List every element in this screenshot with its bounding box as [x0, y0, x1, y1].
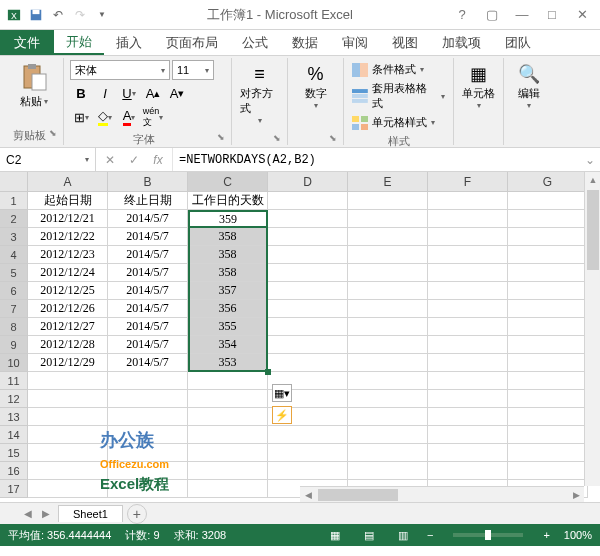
font-name-select[interactable]: 宋体▾ — [70, 60, 170, 80]
cell-C13[interactable] — [188, 408, 268, 426]
vertical-scrollbar[interactable]: ▲ — [584, 172, 600, 486]
tab-view[interactable]: 视图 — [380, 30, 430, 55]
cell-A15[interactable] — [28, 444, 108, 462]
alignment-button[interactable]: ≡ 对齐方式▾ — [238, 60, 281, 127]
cell-D2[interactable] — [268, 210, 348, 228]
cell-A4[interactable]: 2012/12/23 — [28, 246, 108, 264]
cell-E8[interactable] — [348, 318, 428, 336]
font-size-select[interactable]: 11▾ — [172, 60, 214, 80]
cell-B7[interactable]: 2014/5/7 — [108, 300, 188, 318]
cell-C11[interactable] — [188, 372, 268, 390]
tab-formulas[interactable]: 公式 — [230, 30, 280, 55]
cell-G16[interactable] — [508, 462, 588, 480]
cell-C4[interactable]: 358 — [188, 246, 268, 264]
cell-E7[interactable] — [348, 300, 428, 318]
cell-E15[interactable] — [348, 444, 428, 462]
cell-D4[interactable] — [268, 246, 348, 264]
tab-file[interactable]: 文件 — [0, 30, 54, 55]
cell-G3[interactable] — [508, 228, 588, 246]
italic-button[interactable]: I — [94, 82, 116, 104]
cell-A6[interactable]: 2012/12/25 — [28, 282, 108, 300]
cell-F4[interactable] — [428, 246, 508, 264]
tab-home[interactable]: 开始 — [54, 30, 104, 55]
zoom-level[interactable]: 100% — [564, 529, 592, 541]
zoom-in-button[interactable]: + — [543, 529, 549, 541]
row-header-17[interactable]: 17 — [0, 480, 28, 498]
row-header-10[interactable]: 10 — [0, 354, 28, 372]
cell-G10[interactable] — [508, 354, 588, 372]
cell-B13[interactable] — [108, 408, 188, 426]
cell-C6[interactable]: 357 — [188, 282, 268, 300]
cell-A2[interactable]: 2012/12/21 — [28, 210, 108, 228]
help-icon[interactable]: ? — [448, 5, 476, 25]
normal-view-icon[interactable]: ▦ — [325, 526, 345, 544]
sheet-nav-prev-icon[interactable]: ◀ — [20, 506, 36, 522]
row-header-13[interactable]: 13 — [0, 408, 28, 426]
cell-F10[interactable] — [428, 354, 508, 372]
number-launcher-icon[interactable]: ⬊ — [329, 133, 337, 143]
cell-D8[interactable] — [268, 318, 348, 336]
cell-G8[interactable] — [508, 318, 588, 336]
row-header-15[interactable]: 15 — [0, 444, 28, 462]
cell-G2[interactable] — [508, 210, 588, 228]
cell-C17[interactable] — [188, 480, 268, 498]
cell-B1[interactable]: 终止日期 — [108, 192, 188, 210]
font-color-button[interactable]: A▾ — [118, 106, 140, 128]
tab-insert[interactable]: 插入 — [104, 30, 154, 55]
cell-G12[interactable] — [508, 390, 588, 408]
cell-E2[interactable] — [348, 210, 428, 228]
cell-D1[interactable] — [268, 192, 348, 210]
scroll-left-icon[interactable]: ◀ — [300, 487, 316, 503]
cell-F16[interactable] — [428, 462, 508, 480]
cell-G5[interactable] — [508, 264, 588, 282]
cell-C10[interactable]: 353 — [188, 354, 268, 372]
cell-B9[interactable]: 2014/5/7 — [108, 336, 188, 354]
cell-F8[interactable] — [428, 318, 508, 336]
bold-button[interactable]: B — [70, 82, 92, 104]
cell-A16[interactable] — [28, 462, 108, 480]
cell-E3[interactable] — [348, 228, 428, 246]
cell-F15[interactable] — [428, 444, 508, 462]
row-header-1[interactable]: 1 — [0, 192, 28, 210]
row-header-5[interactable]: 5 — [0, 264, 28, 282]
cell-style-button[interactable]: 单元格样式▾ — [350, 113, 447, 132]
underline-button[interactable]: U▾ — [118, 82, 140, 104]
cell-A14[interactable] — [28, 426, 108, 444]
cell-E11[interactable] — [348, 372, 428, 390]
row-header-11[interactable]: 11 — [0, 372, 28, 390]
tab-team[interactable]: 团队 — [493, 30, 543, 55]
cell-G7[interactable] — [508, 300, 588, 318]
cell-A12[interactable] — [28, 390, 108, 408]
cell-E4[interactable] — [348, 246, 428, 264]
edit-button[interactable]: 🔍 编辑▾ — [510, 60, 548, 112]
cell-C7[interactable]: 356 — [188, 300, 268, 318]
col-header-B[interactable]: B — [108, 172, 188, 192]
cell-G1[interactable] — [508, 192, 588, 210]
col-header-D[interactable]: D — [268, 172, 348, 192]
cell-F12[interactable] — [428, 390, 508, 408]
decrease-font-button[interactable]: A▾ — [166, 82, 188, 104]
cell-F9[interactable] — [428, 336, 508, 354]
confirm-icon[interactable]: ✓ — [124, 150, 144, 170]
zoom-out-button[interactable]: − — [427, 529, 433, 541]
cell-G6[interactable] — [508, 282, 588, 300]
redo-icon[interactable]: ↷ — [70, 5, 90, 25]
cell-C9[interactable]: 354 — [188, 336, 268, 354]
font-launcher-icon[interactable]: ⬊ — [217, 132, 225, 142]
cell-D16[interactable] — [268, 462, 348, 480]
cell-A10[interactable]: 2012/12/29 — [28, 354, 108, 372]
cell-B11[interactable] — [108, 372, 188, 390]
tab-addins[interactable]: 加载项 — [430, 30, 493, 55]
col-header-C[interactable]: C — [188, 172, 268, 192]
cell-E9[interactable] — [348, 336, 428, 354]
col-header-F[interactable]: F — [428, 172, 508, 192]
ribbon-options-icon[interactable]: ▢ — [478, 5, 506, 25]
cell-B3[interactable]: 2014/5/7 — [108, 228, 188, 246]
increase-font-button[interactable]: A▴ — [142, 82, 164, 104]
cell-B6[interactable]: 2014/5/7 — [108, 282, 188, 300]
row-header-8[interactable]: 8 — [0, 318, 28, 336]
cell-A9[interactable]: 2012/12/28 — [28, 336, 108, 354]
cell-A11[interactable] — [28, 372, 108, 390]
cell-D5[interactable] — [268, 264, 348, 282]
select-all-corner[interactable] — [0, 172, 28, 192]
